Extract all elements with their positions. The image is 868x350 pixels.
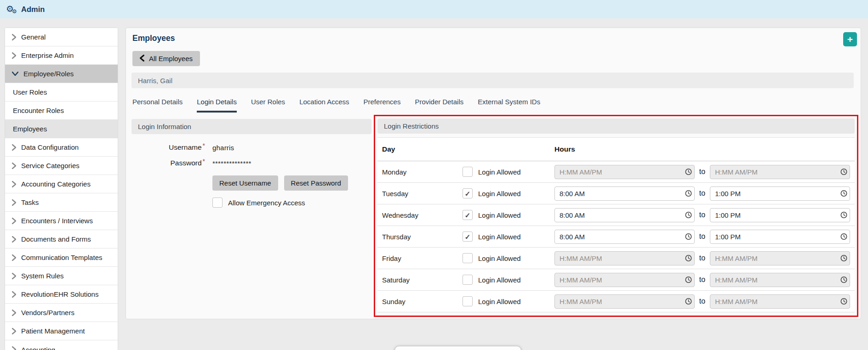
- login-allowed-checkbox[interactable]: ✓: [463, 253, 473, 263]
- restriction-row-saturday: Saturday ✓ Login Allowed to: [377, 269, 855, 291]
- login-allowed-label: Login Allowed: [478, 276, 521, 284]
- sidebar-item-encounters-interviews[interactable]: Encounters / Interviews: [5, 212, 118, 230]
- restriction-row-wednesday: Wednesday ✓ Login Allowed to: [377, 204, 855, 226]
- chevron-right-icon: [12, 310, 16, 316]
- day-label: Saturday: [377, 276, 463, 284]
- sidebar-item-enterprise-admin[interactable]: Enterprise Admin: [5, 46, 118, 65]
- chevron-right-icon: [12, 291, 16, 298]
- to-label: to: [699, 297, 705, 305]
- sidebar-item-accounting[interactable]: Accounting: [5, 340, 118, 350]
- end-time-input[interactable]: [710, 208, 850, 222]
- sidebar-item-accounting-categories[interactable]: Accounting Categories: [5, 175, 118, 193]
- end-time-input[interactable]: [710, 165, 850, 179]
- chevron-right-icon: [12, 254, 16, 261]
- sidebar-item-data-configuration[interactable]: Data Configuration: [5, 138, 118, 157]
- sidebar-item-label: System Rules: [21, 272, 64, 280]
- allow-emergency-access-label: Allow Emergency Access: [228, 199, 305, 207]
- login-allowed-label: Login Allowed: [478, 233, 521, 241]
- sidebar-item-general[interactable]: General: [5, 28, 118, 46]
- login-allowed-checkbox[interactable]: ✓: [463, 296, 473, 306]
- sidebar-item-patient-management[interactable]: Patient Management: [5, 322, 118, 340]
- tab-user-roles[interactable]: User Roles: [251, 98, 285, 113]
- end-time-input[interactable]: [710, 294, 850, 309]
- check-icon: ✓: [465, 190, 471, 197]
- to-label: to: [699, 189, 705, 198]
- login-restrictions-header: Login Restrictions: [377, 119, 855, 134]
- sidebar-item-revolutionehr-solutions[interactable]: RevolutionEHR Solutions: [5, 285, 118, 304]
- tab-location-access[interactable]: Location Access: [299, 98, 349, 113]
- reset-password-button[interactable]: Reset Password: [284, 175, 348, 191]
- sidebar-item-label: Encounters / Interviews: [21, 217, 93, 225]
- sidebar-item-service-categories[interactable]: Service Categories: [5, 157, 118, 175]
- sidebar-item-label: Encounter Roles: [13, 107, 64, 114]
- app-title: Admin: [21, 5, 45, 14]
- gears-icon: ⚙ ⚙: [6, 4, 18, 15]
- login-information-header: Login Information: [131, 119, 371, 134]
- chevron-right-icon: [12, 181, 16, 187]
- reset-username-button[interactable]: Reset Username: [212, 175, 278, 191]
- required-asterisk: *: [203, 158, 205, 165]
- to-label: to: [699, 211, 705, 219]
- required-asterisk: *: [203, 142, 205, 149]
- day-label: Thursday: [377, 233, 463, 241]
- start-time-input[interactable]: [554, 251, 695, 265]
- end-time-input[interactable]: [710, 251, 850, 265]
- login-restrictions-title: Login Restrictions: [384, 122, 439, 130]
- start-time-input[interactable]: [554, 294, 695, 309]
- sidebar-item-label: Enterprise Admin: [21, 51, 74, 59]
- login-allowed-label: Login Allowed: [478, 298, 521, 305]
- tab-provider-details[interactable]: Provider Details: [415, 98, 463, 113]
- login-allowed-checkbox[interactable]: ✓: [463, 231, 473, 242]
- login-allowed-label: Login Allowed: [478, 211, 521, 219]
- sidebar-item-label: Vendors/Partners: [21, 309, 74, 316]
- sidebar-item-label: Accounting: [21, 346, 55, 350]
- sidebar-item-label: User Roles: [13, 88, 47, 96]
- add-employee-button[interactable]: +: [843, 32, 857, 46]
- restriction-row-tuesday: Tuesday ✓ Login Allowed to: [377, 183, 855, 204]
- sidebar-item-vendors-partners[interactable]: Vendors/Partners: [5, 304, 118, 322]
- end-time-input[interactable]: [710, 186, 850, 201]
- sidebar-item-label: Service Categories: [21, 162, 80, 169]
- sidebar-item-employees[interactable]: Employees: [5, 120, 118, 138]
- tab-external-system-ids[interactable]: External System IDs: [478, 98, 540, 113]
- sidebar-item-communication-templates[interactable]: Communication Templates: [5, 248, 118, 267]
- login-restrictions-table: Day Hours Monday ✓ Login Allowed to: [377, 137, 855, 312]
- admin-top-bar: ⚙ ⚙ Admin: [0, 0, 868, 18]
- chevron-right-icon: [12, 218, 16, 224]
- all-employees-button[interactable]: All Employees: [132, 51, 200, 66]
- end-time-input[interactable]: [710, 230, 850, 244]
- login-allowed-checkbox[interactable]: ✓: [463, 210, 473, 220]
- login-allowed-checkbox[interactable]: ✓: [463, 188, 473, 198]
- start-time-input[interactable]: [554, 230, 695, 244]
- chevron-right-icon: [12, 163, 16, 169]
- sidebar-item-user-roles[interactable]: User Roles: [5, 83, 118, 102]
- sidebar-item-employee-roles[interactable]: Employee/Roles: [5, 65, 118, 83]
- day-column-header: Day: [377, 145, 463, 153]
- tab-login-details[interactable]: Login Details: [197, 98, 237, 113]
- allow-emergency-access-checkbox[interactable]: ✓: [212, 198, 223, 208]
- chevron-left-icon: [140, 55, 144, 63]
- restriction-row-thursday: Thursday ✓ Login Allowed to: [377, 226, 855, 248]
- start-time-input[interactable]: [554, 208, 695, 222]
- day-label: Friday: [377, 254, 463, 262]
- end-time-input[interactable]: [710, 273, 850, 287]
- start-time-input[interactable]: [554, 186, 695, 201]
- chevron-down-icon: [12, 72, 18, 76]
- password-value: **************: [212, 159, 251, 167]
- login-allowed-checkbox[interactable]: ✓: [463, 275, 473, 285]
- day-label: Monday: [377, 168, 463, 176]
- sidebar-item-tasks[interactable]: Tasks: [5, 193, 118, 212]
- tab-personal-details[interactable]: Personal Details: [132, 98, 183, 113]
- sidebar-item-encounter-roles[interactable]: Encounter Roles: [5, 102, 118, 120]
- bottom-partial-panel[interactable]: [394, 346, 521, 350]
- sidebar-item-label: Documents and Forms: [21, 235, 91, 243]
- sidebar-item-system-rules[interactable]: System Rules: [5, 267, 118, 285]
- tab-preferences[interactable]: Preferences: [364, 98, 401, 113]
- employee-name: Harris, Gail: [138, 77, 172, 85]
- to-label: to: [699, 232, 705, 241]
- start-time-input[interactable]: [554, 273, 695, 287]
- login-allowed-checkbox[interactable]: ✓: [463, 167, 473, 177]
- sidebar-item-documents-and-forms[interactable]: Documents and Forms: [5, 230, 118, 248]
- admin-sidebar: General Enterprise Admin Employee/Roles …: [5, 28, 118, 350]
- start-time-input[interactable]: [554, 165, 695, 179]
